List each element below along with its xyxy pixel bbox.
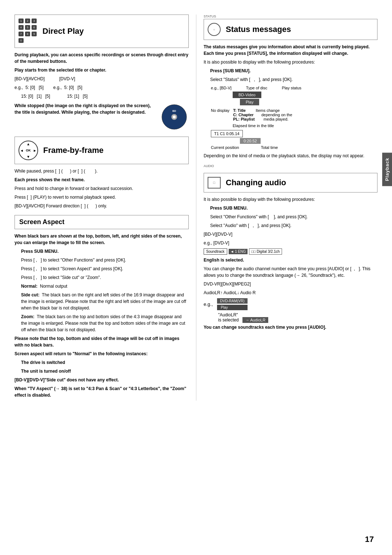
ok-label: OK <box>26 149 31 152</box>
screen-press3: Press [ , ] to select "Side cut" or "Zoo… <box>21 274 189 281</box>
audio-lr-section: "AudioLR"is selected → AudioLR <box>218 312 377 323</box>
frame-line2: Each press shows the next frame. <box>15 177 189 183</box>
items-info: T: Title Items change C: Chapter dependi… <box>233 108 292 121</box>
bd-v-labels: [BD-V][AVCHD] [DVD-V] <box>15 76 189 82</box>
audio-types: AudioLR↑ AudioL↓ Audio R <box>204 289 377 296</box>
status-body2: It is also possible to display with the … <box>204 59 377 65</box>
dvd-ram-section: DVD-RAM(VR) Play <box>217 298 247 310</box>
total-time-label: Total time <box>261 145 278 150</box>
eg-line2: 15: [0] [1] [5] 15: [1] [5] <box>21 93 189 100</box>
direct-play-title: Direct Play <box>42 27 84 36</box>
audio-body1: It is also possible to display with the … <box>204 196 377 203</box>
arrow-left-icon: ◄ <box>20 149 24 153</box>
right-column: STATUS ○ Status messages The status mess… <box>196 15 377 401</box>
audio-select1: Select "Other Functions" with [ ], and p… <box>210 214 377 220</box>
screen-aspect-title: Screen Aspect <box>19 218 64 226</box>
play-status-label: Play status <box>282 86 302 90</box>
arrow-down-icon: ▼ <box>26 155 30 159</box>
bd-v-dvd-v-label: [BD-V][DVD-V] <box>204 231 377 238</box>
audio-icon-symbol: □ <box>213 181 215 185</box>
screen-note2b: The unit is turned on/off <box>21 368 189 374</box>
screen-press-sub: Press SUB MENU. <box>21 248 189 255</box>
frame-line1: While paused, press [ ] ( ) or [ ] ( ). <box>15 168 189 174</box>
audio-press-sub: Press SUB MENU. <box>210 205 377 211</box>
audio-lr-badge: → AudioLR <box>242 317 269 323</box>
diagram-labels: e.g., [BD-V] Type of disc Play status <box>211 86 377 90</box>
screen-note4: When "TV Aspect" (→ 38) is set to "4:3 P… <box>15 385 189 398</box>
elapsed-label: Elapsed time in the title <box>233 123 274 128</box>
key-4: 4 <box>19 25 24 30</box>
english-selected: English is selected. <box>204 257 377 263</box>
t1c1-bar: T1 C1 0:05.14 <box>211 130 243 137</box>
play-badge2: Play <box>217 305 247 310</box>
eg-label: e.g., <box>204 301 213 307</box>
status-label: STATUS <box>204 15 377 18</box>
direct-play-body1: During playback, you can access specific… <box>15 52 189 65</box>
key-7: 7 <box>19 32 24 36</box>
audio-example-row: e.g., DVD-RAM(VR) Play <box>204 298 377 310</box>
no-display-row: No display T: Title Items change C: Chap… <box>211 108 377 121</box>
bd-video-container: BD-Video Play <box>233 92 377 107</box>
frame-by-frame-title: Frame-by-frame <box>43 146 103 155</box>
arrow-right-icon: ► <box>33 149 37 153</box>
page: 1 2 3 4 5 6 7 8 9 0 Direct Play During p… <box>0 0 392 555</box>
audio-select2: Select "Audio" with [ , ], and press [OK… <box>210 222 377 229</box>
dvd-ram-badge: DVD-RAM(VR) <box>217 298 247 304</box>
key-0: 0 <box>19 38 24 43</box>
frame-by-frame-section: ▲ ◄ OK ► ▼ Frame-by-frame <box>15 137 189 164</box>
screen-aspect-section: Screen Aspect <box>15 215 189 229</box>
frame-line3: Press and hold to change in forward or b… <box>15 185 189 192</box>
time-bar: 0:20.52 <box>240 138 261 144</box>
status-press-sub: Press [SUB MENU]. <box>210 68 377 74</box>
soundtrack-label: Soundtrack <box>204 248 227 255</box>
digital-badge: □□ Digital 3/2.1ch <box>249 248 282 255</box>
left-column: 1 2 3 4 5 6 7 8 9 0 Direct Play During p… <box>15 15 196 401</box>
ok-button-icon: ▲ ◄ OK ► ▼ <box>19 141 38 160</box>
eg-line1: e.g., 5: [0] [5] e.g., 5: [0] [5] <box>15 84 189 91</box>
status-select1: Select "Status" with [ , ], and press [O… <box>210 76 377 83</box>
eg-dvd-v-label: e.g., [DVD-V] <box>204 240 377 246</box>
key-1: 1 <box>19 19 24 23</box>
screen-press1: Press [ , ] to select "Other Functions" … <box>21 257 189 263</box>
status-messages-header: STATUS ○ Status messages <box>204 15 377 40</box>
frame-line4: Press [ ] (PLAY) to revert to normal pla… <box>15 194 189 200</box>
eg-bd-v-label: e.g., [BD-V] <box>211 86 232 90</box>
status-circle-icon: ○ <box>208 23 221 36</box>
direct-play-body3: Play starts from the selected title or c… <box>15 67 189 73</box>
arrow-up-icon: ▲ <box>26 142 30 146</box>
elapsed-row: Elapsed time in the title <box>211 123 377 128</box>
current-position-label: Current position <box>211 145 239 150</box>
screen-note1: Please note that the top, bottom and sid… <box>15 335 189 348</box>
audio-body2: You can change the audio channel number … <box>204 266 377 279</box>
screen-note2a: The drive is switched <box>21 359 189 366</box>
status-body3: Depending on the kind of media or the pl… <box>204 153 377 159</box>
key-9: 9 <box>32 32 37 36</box>
changing-audio-title: Changing audio <box>226 178 286 187</box>
svg-text:BD: BD <box>172 110 176 112</box>
key-5: 5 <box>25 25 30 30</box>
status-box: ○ Status messages <box>204 19 377 40</box>
no-display-label: No display <box>211 108 229 113</box>
frame-line5: [BD-V][AVCHD] Forward direction [ ] ( ) … <box>15 203 189 209</box>
status-messages-title: Status messages <box>226 25 291 34</box>
audio-box: □ Changing audio <box>204 173 377 193</box>
screen-note2: Screen aspect will return to "Normal" in… <box>15 351 189 357</box>
audio-label: AUDIO <box>204 164 377 168</box>
status-diagram: e.g., [BD-V] Type of disc Play status BD… <box>211 86 377 150</box>
key-3: 3 <box>32 19 37 23</box>
screen-body1: When black bars are shown at the top, bo… <box>15 233 189 246</box>
playback-tab: Playback <box>382 153 392 186</box>
direct-play-section: 1 2 3 4 5 6 7 8 9 0 Direct Play <box>15 15 189 48</box>
numpad-icon: 1 2 3 4 5 6 7 8 9 0 <box>19 19 37 44</box>
play-badge: Play <box>240 99 259 105</box>
normal-section: Normal: Normal output Side cut: The blac… <box>21 283 189 333</box>
page-number: 17 <box>365 535 374 544</box>
audio-lr-selected-text: "AudioLR"is selected → AudioLR <box>218 312 377 323</box>
key-8: 8 <box>25 32 30 36</box>
eng-badge: ◄ 1 ENG <box>229 249 248 254</box>
status-body1: The status messages give you information… <box>204 44 377 57</box>
audio-body3: You can change soundtracks each time you… <box>204 324 377 331</box>
screen-press2: Press [ , ] to select "Screen Aspect" an… <box>21 266 189 272</box>
bd-video-badge: BD-Video <box>233 92 261 98</box>
screen-note3: [BD-V][DVD-V]"Side cut" does not have an… <box>15 377 189 383</box>
